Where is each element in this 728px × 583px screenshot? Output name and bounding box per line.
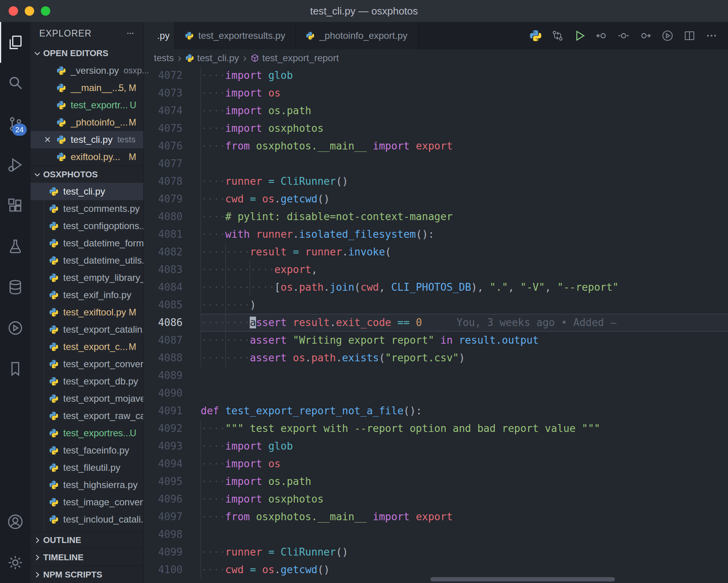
minimize-window-button[interactable]	[25, 6, 34, 16]
code-token	[391, 317, 397, 328]
step-back-icon[interactable]	[595, 29, 608, 42]
close-window-button[interactable]	[9, 6, 18, 16]
file-tree-item[interactable]: test_comments.py	[31, 200, 143, 217]
activity-run-debug[interactable]	[0, 144, 31, 185]
code-token	[299, 246, 305, 258]
file-tree-item[interactable]: test_empty_library_...	[31, 269, 143, 286]
file-tree-item[interactable]: test_datetime_form...	[31, 235, 143, 252]
indent-guide: ····	[201, 543, 225, 561]
close-icon[interactable]: ×	[42, 133, 53, 146]
breadcrumb-item[interactable]: tests	[154, 53, 174, 64]
open-editor-name: exiftool.py...	[71, 151, 120, 162]
file-tree-item[interactable]: test_highsierra.py	[31, 476, 143, 494]
tab-_photoinfo_exportpy[interactable]: _photoinfo_export.py	[296, 22, 418, 49]
activity-search[interactable]	[0, 63, 31, 104]
breadcrumb-item[interactable]: test_export_report	[251, 53, 339, 64]
run-icon[interactable]	[573, 29, 586, 42]
python-icon	[49, 325, 59, 334]
horizontal-scrollbar[interactable]	[430, 577, 615, 581]
code-token: path	[311, 352, 336, 364]
file-tree-item[interactable]: test_export_catalin...	[31, 321, 143, 338]
activity-source-control[interactable]: 24	[0, 104, 31, 144]
tab-test_exportresultspy[interactable]: test_exportresults.py	[175, 22, 296, 49]
file-tree-item[interactable]: test_fileutil.py	[31, 459, 143, 476]
file-tree-item[interactable]: test_export_c...M	[31, 338, 143, 355]
file-tree-item[interactable]: test_export_db.py	[31, 373, 143, 390]
open-editor-name: test_cli.py	[71, 134, 113, 145]
open-editor-item[interactable]: test_exportr...U	[31, 97, 143, 114]
line-number: 4083	[144, 261, 201, 279]
file-tree-item[interactable]: test_exportres...U	[31, 424, 143, 442]
chevron-down-icon	[33, 49, 42, 58]
code-token: result	[293, 317, 330, 328]
settings-icon	[7, 554, 24, 571]
code-editor[interactable]: 4072····import glob4073····import os4074…	[144, 67, 728, 583]
more-actions-icon[interactable]	[705, 29, 718, 42]
symbol-method-icon	[251, 54, 259, 62]
indent-guide: ····	[201, 473, 225, 490]
file-tree-item[interactable]: test_cli.py	[31, 183, 143, 200]
file-name: test_exiftool.py	[63, 307, 126, 318]
explorer-sidebar: EXPLORER OPEN EDITORS _version.pyosxp...…	[31, 22, 144, 583]
run-circle-icon[interactable]	[661, 29, 674, 42]
activity-testing[interactable]	[0, 226, 31, 267]
file-tree-item[interactable]: test_exiftool.pyM	[31, 304, 143, 321]
section-label: TIMELINE	[43, 552, 84, 563]
code-token	[262, 69, 269, 81]
file-tree-item[interactable]: test_exif_info.py	[31, 286, 143, 304]
code-token	[453, 334, 459, 346]
file-tree-item[interactable]: test_export_conver...	[31, 355, 143, 373]
section-npm-scripts[interactable]: NPM SCRIPTS	[31, 566, 143, 583]
record-icon[interactable]	[617, 29, 630, 42]
file-tree-item[interactable]: test_faceinfo.py	[31, 442, 143, 459]
open-editor-item[interactable]: __main__...5, M	[31, 79, 143, 97]
section-timeline[interactable]: TIMELINE	[31, 548, 143, 566]
activity-database[interactable]	[0, 267, 31, 308]
step-forward-icon[interactable]	[639, 29, 652, 42]
code-token: "report.csv"	[385, 352, 459, 364]
file-tree-item[interactable]: test_export_raw_ca...	[31, 407, 143, 424]
breadcrumb-label: test_cli.py	[197, 53, 239, 64]
line-content: ····from osxphotos.__main__ import expor…	[201, 137, 728, 155]
code-token: "Writing export report"	[293, 334, 434, 346]
activity-bookmark[interactable]	[0, 348, 31, 389]
zoom-window-button[interactable]	[41, 6, 50, 16]
code-token	[250, 511, 256, 523]
activity-bar: 24	[0, 22, 31, 583]
git-compare-icon[interactable]	[551, 29, 564, 42]
tab-py[interactable]: .py	[144, 22, 175, 49]
open-editor-item[interactable]: _version.pyosxp...	[31, 62, 143, 79]
breadcrumb-item[interactable]: test_cli.py	[185, 53, 239, 64]
open-editor-item[interactable]: _photoinfo_...M	[31, 114, 143, 131]
indent-guide: ····	[250, 261, 274, 279]
breadcrumb: tests›test_cli.py›test_export_report	[144, 49, 728, 67]
section-open-editors[interactable]: OPEN EDITORS	[31, 45, 143, 62]
open-editor-item[interactable]: ×test_cli.pytests	[31, 131, 143, 148]
text-cursor: a	[250, 317, 256, 328]
activity-play-circle[interactable]	[0, 308, 31, 348]
file-tree-item[interactable]: test_configoptions....	[31, 217, 143, 235]
file-tree-item[interactable]: test_export_mojave...	[31, 390, 143, 407]
line-number: 4088	[144, 349, 201, 367]
code-token: cwd	[225, 564, 244, 576]
split-editor-icon[interactable]	[683, 29, 696, 42]
section-project[interactable]: OSXPHOTOS	[31, 166, 143, 183]
file-tree-item[interactable]: test_datetime_utils....	[31, 252, 143, 269]
chevron-down-icon	[33, 170, 42, 179]
python-icon[interactable]	[529, 29, 542, 42]
activity-account[interactable]	[0, 501, 31, 542]
breadcrumb-label: tests	[154, 53, 174, 64]
chevron-right-icon	[33, 536, 42, 545]
code-token: export	[416, 140, 453, 152]
more-actions-icon[interactable]	[126, 29, 135, 38]
file-tree-item[interactable]: test_incloud_catali...	[31, 511, 143, 528]
open-editor-item[interactable]: exiftool.py...M	[31, 148, 143, 166]
file-tree-item[interactable]: test_image_convert...	[31, 494, 143, 511]
activity-settings[interactable]	[0, 542, 31, 583]
code-token: path	[299, 281, 324, 293]
file-name: test_datetime_form...	[63, 238, 143, 249]
activity-explorer[interactable]	[0, 22, 31, 63]
open-editor-name: _photoinfo_...	[71, 117, 128, 128]
section-outline[interactable]: OUTLINE	[31, 531, 143, 548]
activity-extensions[interactable]	[0, 185, 31, 226]
